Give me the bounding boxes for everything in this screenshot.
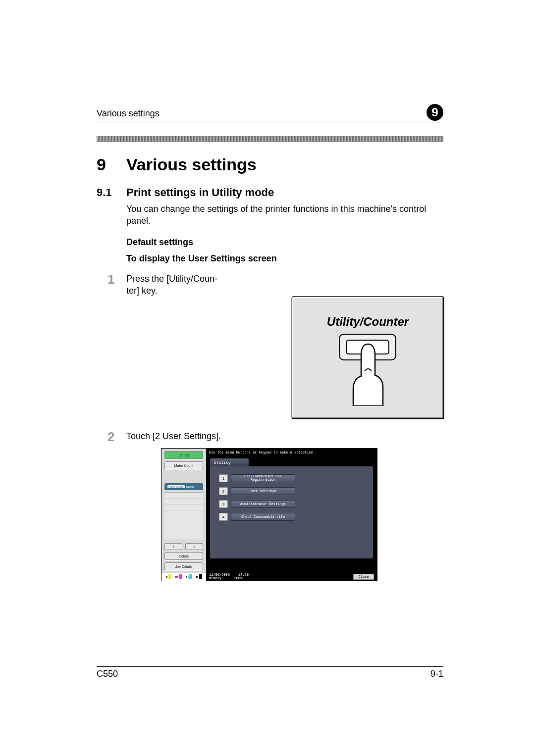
status-tab-mini-label: Paper Source bbox=[167, 485, 185, 488]
toner-status-ymck: Y M C K bbox=[161, 573, 206, 581]
utility-counter-key-figure: Utility/Counter bbox=[292, 297, 443, 418]
scroll-down-button[interactable]: ↓ bbox=[185, 543, 203, 550]
running-header: Various settings 9 bbox=[97, 104, 443, 121]
step-text: Press the [Utility/Coun- ter] key. bbox=[126, 273, 228, 297]
menu-button-one-touch[interactable]: One-Touch/User Box Registration bbox=[231, 474, 295, 482]
footer-model: C550 bbox=[97, 669, 118, 679]
panel-instruction-text: Use the menu buttons or keypad to make a… bbox=[206, 449, 377, 458]
running-header-title: Various settings bbox=[97, 108, 160, 121]
status-memory-label: Memory bbox=[209, 576, 221, 580]
menu-button-admin-settings[interactable]: Administrator Settings bbox=[231, 500, 295, 508]
utility-tab[interactable]: Utility bbox=[210, 458, 249, 466]
toner-k-swatch-icon bbox=[199, 574, 202, 579]
step-2: 2 Touch [2 User Settings]. bbox=[107, 430, 443, 443]
panel-status-bar: 11/09/2006 14:50 Memory 100% Close bbox=[206, 573, 377, 581]
section-heading-text: Print settings in Utility mode bbox=[126, 186, 274, 199]
panel-sidebar: Job List Meter Count Paper Source Status… bbox=[161, 449, 206, 573]
job-rows-placeholder bbox=[164, 492, 203, 540]
menu-item-2: 2 User Settings bbox=[219, 487, 373, 495]
chapter-heading-number: 9 bbox=[97, 155, 126, 174]
menu-button-user-settings[interactable]: User Settings bbox=[231, 487, 295, 495]
page-footer: C550 9-1 bbox=[97, 666, 443, 679]
job-list-button[interactable]: Job List bbox=[164, 451, 203, 459]
delete-button[interactable]: Delete bbox=[164, 552, 203, 560]
menu-item-4: 4 Check Consumable Life bbox=[219, 513, 373, 521]
menu-item-number[interactable]: 1 bbox=[219, 474, 228, 482]
intro-paragraph: You can change the settings of the print… bbox=[126, 203, 443, 227]
toner-m-label: M bbox=[175, 575, 179, 579]
section-heading-number: 9.1 bbox=[97, 186, 126, 199]
footer-page-number: 9-1 bbox=[430, 669, 443, 679]
step-text: Touch [2 User Settings]. bbox=[126, 430, 221, 443]
pressing-finger-icon bbox=[348, 342, 388, 406]
chapter-heading: 9 Various settings bbox=[97, 155, 443, 174]
subheading-display-user-settings: To display the User Settings screen bbox=[126, 253, 443, 264]
utility-menu-area: 1 One-Touch/User Box Registration 2 User… bbox=[210, 466, 373, 558]
running-header-rule bbox=[97, 122, 443, 122]
close-button[interactable]: Close bbox=[353, 574, 374, 580]
toner-m-swatch-icon bbox=[179, 574, 182, 579]
step-number: 1 bbox=[107, 273, 126, 297]
menu-item-number[interactable]: 3 bbox=[219, 500, 228, 508]
step-number: 2 bbox=[107, 430, 126, 443]
toner-y-label: Y bbox=[165, 575, 168, 579]
panel-main-area: Use the menu buttons or keypad to make a… bbox=[206, 449, 377, 573]
section-heading: 9.1 Print settings in Utility mode bbox=[97, 186, 443, 199]
status-memory-value: 100% bbox=[234, 576, 242, 580]
toner-c-label: C bbox=[186, 575, 189, 579]
chapter-heading-text: Various settings bbox=[126, 155, 257, 174]
menu-item-3: 3 Administrator Settings bbox=[219, 500, 373, 508]
scroll-up-button[interactable]: ↑ bbox=[164, 543, 182, 550]
manual-page: Various settings 9 9 Various settings 9.… bbox=[0, 0, 535, 756]
menu-item-number[interactable]: 4 bbox=[219, 513, 228, 521]
control-panel-screenshot: Job List Meter Count Paper Source Status… bbox=[161, 448, 377, 581]
step-1: 1 Press the [Utility/Coun- ter] key. bbox=[107, 273, 443, 297]
toner-k-label: K bbox=[196, 575, 199, 579]
menu-item-1: 1 One-Touch/User Box Registration bbox=[219, 474, 373, 482]
status-tab[interactable]: Paper Source Status bbox=[164, 483, 203, 490]
menu-button-consumable-life[interactable]: Check Consumable Life bbox=[231, 513, 295, 521]
utility-counter-key-label: Utility/Counter bbox=[327, 315, 409, 329]
decorative-noise-bar bbox=[97, 136, 443, 142]
status-tab-label: Status bbox=[186, 485, 195, 488]
chapter-number-badge: 9 bbox=[427, 104, 443, 121]
menu-item-number[interactable]: 2 bbox=[219, 487, 228, 495]
subheading-default-settings: Default settings bbox=[126, 237, 443, 248]
job-details-button[interactable]: Job Details bbox=[164, 562, 203, 570]
toner-y-swatch-icon bbox=[168, 574, 171, 579]
toner-c-swatch-icon bbox=[189, 574, 192, 579]
meter-count-button[interactable]: Meter Count bbox=[164, 461, 203, 469]
